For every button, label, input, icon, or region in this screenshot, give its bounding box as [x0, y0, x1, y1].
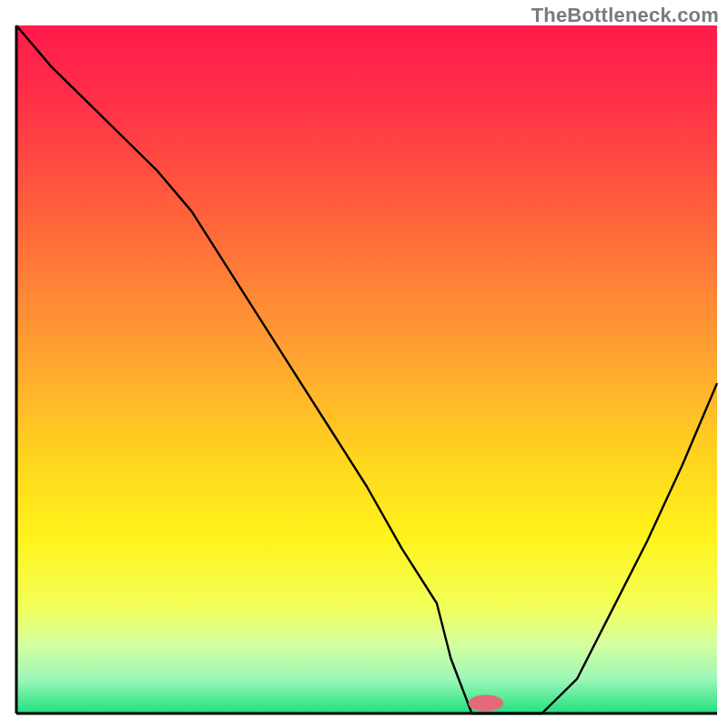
optimum-marker	[469, 695, 504, 712]
chart-container: { "watermark": "TheBottleneck.com", "cha…	[0, 0, 728, 728]
bottleneck-chart	[0, 0, 728, 728]
